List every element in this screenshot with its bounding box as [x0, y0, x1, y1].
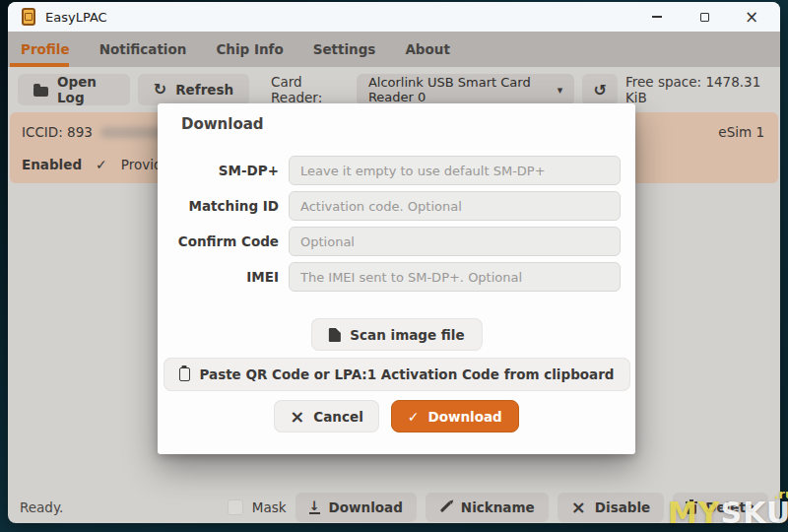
nickname-label: Nickname	[461, 499, 535, 515]
imei-label: IMEI	[158, 269, 289, 285]
tab-settings[interactable]: Settings	[304, 41, 385, 57]
cancel-x-icon: ×	[290, 409, 304, 425]
cancel-label: Cancel	[313, 409, 362, 425]
image-file-icon	[328, 328, 340, 342]
card-reader-label: Card Reader:	[271, 74, 345, 105]
rescan-icon: ↺	[593, 81, 606, 100]
window-controls: ×	[650, 10, 770, 24]
scan-image-file-button[interactable]: Scan image file	[310, 318, 482, 351]
maximize-button[interactable]	[697, 10, 711, 24]
paste-qr-code-button[interactable]: Paste QR Code or LPA:1 Activation Code f…	[163, 358, 629, 391]
card-reader-value: Alcorlink USB Smart Card Reader 0	[368, 75, 550, 104]
folder-icon	[33, 87, 48, 97]
titlebar: EasyLPAC ×	[8, 2, 780, 32]
tab-chip-info[interactable]: Chip Info	[207, 41, 292, 57]
scan-image-label: Scan image file	[350, 327, 464, 343]
card-reader-select[interactable]: Alcorlink USB Smart Card Reader 0 ▾	[357, 74, 574, 105]
smdp-input[interactable]	[289, 156, 621, 185]
active-tab-indicator	[10, 63, 69, 67]
window-title: EasyLPAC	[45, 10, 107, 25]
dialog-title: Download	[181, 115, 264, 133]
download-icon: ↓	[309, 500, 320, 514]
smdp-label: SM-DP+	[158, 163, 289, 178]
refresh-label: Refresh	[175, 82, 233, 98]
app-window: EasyLPAC × Profile Notification Chip Inf…	[8, 2, 780, 523]
maximize-icon	[700, 13, 709, 22]
confirm-code-label: Confirm Code	[158, 233, 289, 249]
profile-status: Enabled	[22, 157, 82, 172]
confirm-download-button[interactable]: ✓ Download	[391, 400, 519, 432]
download-dialog: Download SM-DP+ Matching ID Confirm Code…	[158, 103, 635, 454]
app-sim-icon	[22, 8, 35, 26]
clipboard-icon	[178, 367, 189, 381]
open-log-button[interactable]: Open Log	[18, 74, 130, 105]
matching-id-label: Matching ID	[158, 198, 289, 214]
tab-about[interactable]: About	[396, 41, 458, 57]
matching-id-input[interactable]	[289, 191, 621, 221]
imei-input[interactable]	[289, 262, 621, 292]
disable-label: Disable	[595, 499, 650, 515]
status-text: Ready.	[20, 499, 63, 515]
close-icon: ×	[745, 10, 758, 24]
esim-slot-label: eSim 1	[718, 124, 764, 140]
open-log-label: Open Log	[57, 74, 114, 105]
form-row-imei: IMEI	[158, 262, 635, 292]
minimize-icon	[652, 16, 662, 18]
delete-button[interactable]: Delete	[673, 493, 768, 522]
confirm-code-input[interactable]	[289, 227, 621, 256]
free-space-text: Free space: 1478.31 KiB	[625, 74, 770, 105]
status-bar: Ready. Mask ↓ Download Nickname × Disabl…	[8, 491, 780, 523]
enabled-check-icon: ✓	[96, 157, 107, 172]
tab-bar: Profile Notification Chip Info Settings …	[8, 32, 780, 67]
chevron-down-icon: ▾	[558, 84, 563, 97]
minimize-button[interactable]	[650, 10, 664, 24]
refresh-button[interactable]: ↻ Refresh	[138, 74, 249, 105]
delete-label: Delete	[705, 499, 755, 515]
refresh-icon: ↻	[154, 82, 166, 98]
statusbar-actions: Mask ↓ Download Nickname × Disable Delet…	[228, 493, 768, 522]
confirm-download-label: Download	[428, 409, 502, 425]
disable-button[interactable]: × Disable	[558, 493, 665, 522]
iccid-prefix: ICCID: 893	[22, 124, 93, 140]
mask-label: Mask	[252, 499, 287, 515]
close-button[interactable]: ×	[745, 10, 758, 24]
form-row-confirm-code: Confirm Code	[158, 227, 635, 256]
profile-status-line: Enabled ✓ Provider:	[22, 157, 180, 172]
form-row-smdp: SM-DP+	[158, 156, 635, 185]
paste-qr-label: Paste QR Code or LPA:1 Activation Code f…	[199, 366, 614, 382]
form-row-matching-id: Matching ID	[158, 191, 635, 221]
nickname-button[interactable]: Nickname	[426, 493, 549, 522]
download-profile-button[interactable]: ↓ Download	[296, 493, 417, 522]
x-icon: ×	[571, 499, 586, 515]
dialog-actions: × Cancel ✓ Download	[158, 400, 635, 432]
mask-checkbox[interactable]	[228, 499, 243, 515]
check-icon: ✓	[408, 409, 420, 425]
download-form: SM-DP+ Matching ID Confirm Code IMEI	[158, 156, 635, 298]
tab-notification[interactable]: Notification	[91, 41, 196, 57]
trash-icon	[687, 504, 696, 514]
download-label: Download	[329, 499, 403, 515]
pencil-icon	[440, 501, 451, 512]
tab-profile[interactable]: Profile	[12, 41, 79, 57]
cancel-button[interactable]: × Cancel	[274, 400, 379, 432]
desktop-background: EasyLPAC × Profile Notification Chip Inf…	[0, 0, 788, 532]
rescan-readers-button[interactable]: ↺	[582, 74, 618, 105]
